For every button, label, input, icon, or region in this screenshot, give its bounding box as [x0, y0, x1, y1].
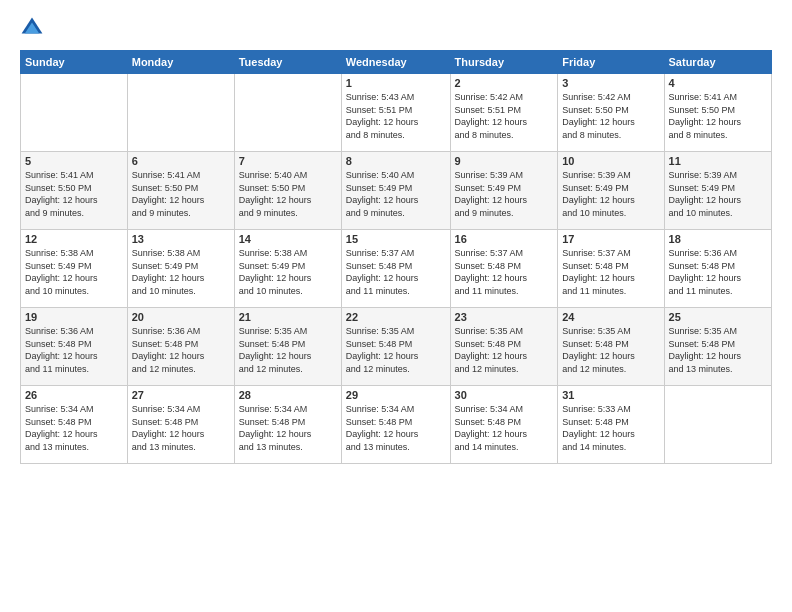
day-number: 28: [239, 389, 337, 401]
calendar-cell: 24Sunrise: 5:35 AM Sunset: 5:48 PM Dayli…: [558, 308, 664, 386]
calendar-cell: [664, 386, 771, 464]
calendar-cell: 9Sunrise: 5:39 AM Sunset: 5:49 PM Daylig…: [450, 152, 558, 230]
day-info: Sunrise: 5:37 AM Sunset: 5:48 PM Dayligh…: [562, 247, 659, 297]
calendar-cell: 4Sunrise: 5:41 AM Sunset: 5:50 PM Daylig…: [664, 74, 771, 152]
day-number: 10: [562, 155, 659, 167]
calendar-cell: 3Sunrise: 5:42 AM Sunset: 5:50 PM Daylig…: [558, 74, 664, 152]
calendar-cell: [21, 74, 128, 152]
day-info: Sunrise: 5:34 AM Sunset: 5:48 PM Dayligh…: [455, 403, 554, 453]
header: [20, 16, 772, 40]
calendar-header-row: SundayMondayTuesdayWednesdayThursdayFrid…: [21, 51, 772, 74]
calendar-cell: 10Sunrise: 5:39 AM Sunset: 5:49 PM Dayli…: [558, 152, 664, 230]
day-info: Sunrise: 5:34 AM Sunset: 5:48 PM Dayligh…: [239, 403, 337, 453]
calendar-cell: 2Sunrise: 5:42 AM Sunset: 5:51 PM Daylig…: [450, 74, 558, 152]
day-number: 8: [346, 155, 446, 167]
calendar-cell: 28Sunrise: 5:34 AM Sunset: 5:48 PM Dayli…: [234, 386, 341, 464]
calendar-cell: 20Sunrise: 5:36 AM Sunset: 5:48 PM Dayli…: [127, 308, 234, 386]
calendar-cell: 12Sunrise: 5:38 AM Sunset: 5:49 PM Dayli…: [21, 230, 128, 308]
day-number: 19: [25, 311, 123, 323]
calendar: SundayMondayTuesdayWednesdayThursdayFrid…: [20, 50, 772, 464]
calendar-cell: 18Sunrise: 5:36 AM Sunset: 5:48 PM Dayli…: [664, 230, 771, 308]
calendar-cell: 1Sunrise: 5:43 AM Sunset: 5:51 PM Daylig…: [341, 74, 450, 152]
day-info: Sunrise: 5:35 AM Sunset: 5:48 PM Dayligh…: [455, 325, 554, 375]
calendar-cell: 6Sunrise: 5:41 AM Sunset: 5:50 PM Daylig…: [127, 152, 234, 230]
day-number: 18: [669, 233, 767, 245]
day-number: 21: [239, 311, 337, 323]
calendar-cell: 7Sunrise: 5:40 AM Sunset: 5:50 PM Daylig…: [234, 152, 341, 230]
day-info: Sunrise: 5:35 AM Sunset: 5:48 PM Dayligh…: [239, 325, 337, 375]
day-header-sunday: Sunday: [21, 51, 128, 74]
day-number: 20: [132, 311, 230, 323]
day-info: Sunrise: 5:38 AM Sunset: 5:49 PM Dayligh…: [239, 247, 337, 297]
day-number: 24: [562, 311, 659, 323]
calendar-cell: 30Sunrise: 5:34 AM Sunset: 5:48 PM Dayli…: [450, 386, 558, 464]
day-number: 22: [346, 311, 446, 323]
day-info: Sunrise: 5:40 AM Sunset: 5:49 PM Dayligh…: [346, 169, 446, 219]
day-info: Sunrise: 5:36 AM Sunset: 5:48 PM Dayligh…: [132, 325, 230, 375]
day-number: 14: [239, 233, 337, 245]
day-info: Sunrise: 5:39 AM Sunset: 5:49 PM Dayligh…: [669, 169, 767, 219]
calendar-cell: 25Sunrise: 5:35 AM Sunset: 5:48 PM Dayli…: [664, 308, 771, 386]
calendar-cell: 26Sunrise: 5:34 AM Sunset: 5:48 PM Dayli…: [21, 386, 128, 464]
logo: [20, 16, 48, 40]
day-number: 3: [562, 77, 659, 89]
day-number: 17: [562, 233, 659, 245]
day-number: 5: [25, 155, 123, 167]
day-info: Sunrise: 5:35 AM Sunset: 5:48 PM Dayligh…: [562, 325, 659, 375]
day-info: Sunrise: 5:37 AM Sunset: 5:48 PM Dayligh…: [346, 247, 446, 297]
day-info: Sunrise: 5:42 AM Sunset: 5:50 PM Dayligh…: [562, 91, 659, 141]
day-number: 11: [669, 155, 767, 167]
day-number: 29: [346, 389, 446, 401]
calendar-cell: 5Sunrise: 5:41 AM Sunset: 5:50 PM Daylig…: [21, 152, 128, 230]
calendar-cell: 16Sunrise: 5:37 AM Sunset: 5:48 PM Dayli…: [450, 230, 558, 308]
day-info: Sunrise: 5:33 AM Sunset: 5:48 PM Dayligh…: [562, 403, 659, 453]
week-row-4: 26Sunrise: 5:34 AM Sunset: 5:48 PM Dayli…: [21, 386, 772, 464]
calendar-cell: 11Sunrise: 5:39 AM Sunset: 5:49 PM Dayli…: [664, 152, 771, 230]
day-info: Sunrise: 5:36 AM Sunset: 5:48 PM Dayligh…: [669, 247, 767, 297]
calendar-cell: 19Sunrise: 5:36 AM Sunset: 5:48 PM Dayli…: [21, 308, 128, 386]
calendar-cell: 23Sunrise: 5:35 AM Sunset: 5:48 PM Dayli…: [450, 308, 558, 386]
week-row-1: 5Sunrise: 5:41 AM Sunset: 5:50 PM Daylig…: [21, 152, 772, 230]
day-number: 12: [25, 233, 123, 245]
day-number: 16: [455, 233, 554, 245]
calendar-cell: 17Sunrise: 5:37 AM Sunset: 5:48 PM Dayli…: [558, 230, 664, 308]
day-info: Sunrise: 5:38 AM Sunset: 5:49 PM Dayligh…: [132, 247, 230, 297]
day-number: 13: [132, 233, 230, 245]
day-info: Sunrise: 5:38 AM Sunset: 5:49 PM Dayligh…: [25, 247, 123, 297]
day-header-wednesday: Wednesday: [341, 51, 450, 74]
calendar-cell: 8Sunrise: 5:40 AM Sunset: 5:49 PM Daylig…: [341, 152, 450, 230]
day-number: 9: [455, 155, 554, 167]
logo-icon: [20, 16, 44, 40]
day-header-thursday: Thursday: [450, 51, 558, 74]
day-number: 2: [455, 77, 554, 89]
day-header-tuesday: Tuesday: [234, 51, 341, 74]
calendar-cell: 21Sunrise: 5:35 AM Sunset: 5:48 PM Dayli…: [234, 308, 341, 386]
calendar-cell: 13Sunrise: 5:38 AM Sunset: 5:49 PM Dayli…: [127, 230, 234, 308]
day-info: Sunrise: 5:37 AM Sunset: 5:48 PM Dayligh…: [455, 247, 554, 297]
week-row-3: 19Sunrise: 5:36 AM Sunset: 5:48 PM Dayli…: [21, 308, 772, 386]
day-number: 15: [346, 233, 446, 245]
day-number: 30: [455, 389, 554, 401]
day-info: Sunrise: 5:42 AM Sunset: 5:51 PM Dayligh…: [455, 91, 554, 141]
day-header-saturday: Saturday: [664, 51, 771, 74]
day-info: Sunrise: 5:39 AM Sunset: 5:49 PM Dayligh…: [455, 169, 554, 219]
calendar-cell: 27Sunrise: 5:34 AM Sunset: 5:48 PM Dayli…: [127, 386, 234, 464]
day-info: Sunrise: 5:34 AM Sunset: 5:48 PM Dayligh…: [25, 403, 123, 453]
calendar-cell: 31Sunrise: 5:33 AM Sunset: 5:48 PM Dayli…: [558, 386, 664, 464]
day-number: 23: [455, 311, 554, 323]
day-number: 1: [346, 77, 446, 89]
day-number: 31: [562, 389, 659, 401]
calendar-cell: [234, 74, 341, 152]
day-info: Sunrise: 5:40 AM Sunset: 5:50 PM Dayligh…: [239, 169, 337, 219]
day-number: 4: [669, 77, 767, 89]
day-info: Sunrise: 5:34 AM Sunset: 5:48 PM Dayligh…: [346, 403, 446, 453]
day-info: Sunrise: 5:41 AM Sunset: 5:50 PM Dayligh…: [669, 91, 767, 141]
calendar-cell: 14Sunrise: 5:38 AM Sunset: 5:49 PM Dayli…: [234, 230, 341, 308]
day-number: 7: [239, 155, 337, 167]
week-row-2: 12Sunrise: 5:38 AM Sunset: 5:49 PM Dayli…: [21, 230, 772, 308]
day-number: 26: [25, 389, 123, 401]
calendar-cell: 15Sunrise: 5:37 AM Sunset: 5:48 PM Dayli…: [341, 230, 450, 308]
day-header-friday: Friday: [558, 51, 664, 74]
day-info: Sunrise: 5:35 AM Sunset: 5:48 PM Dayligh…: [346, 325, 446, 375]
calendar-cell: 29Sunrise: 5:34 AM Sunset: 5:48 PM Dayli…: [341, 386, 450, 464]
